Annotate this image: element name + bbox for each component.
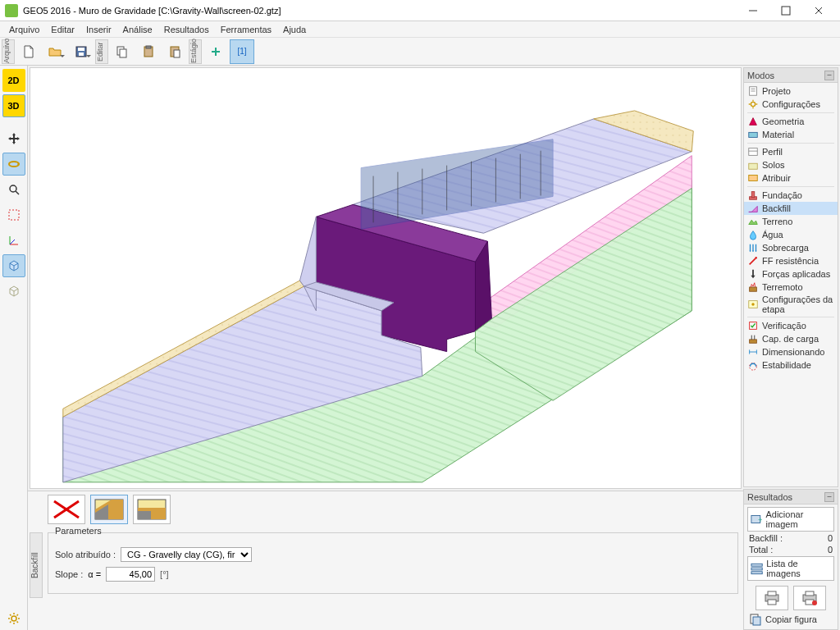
- mode-item--gua[interactable]: Água: [744, 228, 838, 241]
- new-file-button[interactable]: [16, 39, 41, 64]
- stage-1-button[interactable]: [1]: [230, 39, 254, 64]
- wireframe-button[interactable]: [2, 280, 25, 303]
- mode-item-terremoto[interactable]: Terremoto: [744, 281, 838, 294]
- slope-input[interactable]: [106, 567, 155, 582]
- view-2d-button[interactable]: 2D: [2, 69, 25, 92]
- svg-text:+: +: [758, 515, 762, 524]
- svg-line-21: [10, 240, 15, 244]
- rotate-button[interactable]: [2, 153, 25, 176]
- mode-item-estabilidade[interactable]: Estabilidade: [744, 358, 838, 372]
- mode-item-label: Configurações da etapa: [762, 294, 834, 314]
- main-toolbar: Arquivo Editar Estágio [1]: [0, 38, 840, 66]
- svg-rect-83: [751, 564, 762, 566]
- backfill-shape-slope[interactable]: [90, 495, 128, 524]
- print-button[interactable]: [756, 586, 788, 610]
- modes-header: Modos –: [744, 68, 838, 83]
- zoom-button[interactable]: [2, 178, 25, 201]
- svg-rect-6: [79, 52, 84, 56]
- mode-item-label: Atribuir: [762, 173, 791, 183]
- mode-item-for-as-aplicadas[interactable]: Forças aplicadas: [744, 267, 838, 281]
- paste-special-button[interactable]: [162, 39, 187, 64]
- soil-assigned-select[interactable]: CG - Gravelly clay (CG), firm consistenc…: [121, 547, 252, 562]
- mode-item-solos[interactable]: Solos: [744, 158, 838, 171]
- copy-button[interactable]: [110, 39, 135, 64]
- mode-item-geometria[interactable]: Geometria: [744, 115, 838, 128]
- mode-item-label: Fundação: [762, 190, 802, 200]
- menu-analise[interactable]: Análise: [117, 23, 158, 36]
- box-view-button[interactable]: [2, 254, 25, 277]
- save-file-button[interactable]: [69, 39, 94, 64]
- results-minimize-icon[interactable]: –: [824, 492, 834, 502]
- bear-icon: [747, 333, 759, 345]
- mode-item-atribuir[interactable]: Atribuir: [744, 171, 838, 185]
- mode-item-label: Forças aplicadas: [762, 269, 830, 279]
- menu-arquivo[interactable]: Arquivo: [3, 23, 45, 36]
- mode-item-verifica-o[interactable]: Verificação: [744, 319, 838, 332]
- print-color-button[interactable]: [793, 586, 826, 610]
- paste-button[interactable]: [136, 39, 161, 64]
- mode-item-sobrecarga[interactable]: Sobrecarga: [744, 241, 838, 254]
- menu-ajuda[interactable]: Ajuda: [277, 23, 312, 36]
- menu-ferramentas[interactable]: Ferramentas: [215, 23, 277, 36]
- mode-item-label: Projeto: [762, 86, 791, 96]
- settings-gear-button[interactable]: [2, 607, 25, 630]
- backfill-shape-flat[interactable]: [133, 495, 171, 524]
- add-stage-button[interactable]: [203, 39, 228, 64]
- backfill-shape-row: [48, 495, 738, 524]
- gear-icon: [747, 98, 759, 110]
- mode-item-label: Água: [762, 230, 783, 240]
- svg-rect-8: [120, 49, 126, 57]
- svg-rect-90: [806, 591, 814, 596]
- svg-line-17: [16, 191, 19, 194]
- image-list-button[interactable]: Lista de imagens: [747, 556, 834, 581]
- menu-resultados[interactable]: Resultados: [158, 23, 215, 36]
- mode-item-label: Verificação: [762, 321, 806, 331]
- mode-item-configura-es-da-etapa[interactable]: Configurações da etapa: [744, 294, 838, 315]
- mode-item-label: Material: [762, 130, 794, 139]
- forces-icon: [747, 268, 759, 280]
- backfill-shape-none[interactable]: [48, 495, 85, 524]
- copy-figure-button[interactable]: Copiar figura: [747, 612, 834, 627]
- menu-bar: Arquivo Editar Inserir Análise Resultado…: [0, 21, 840, 38]
- backfill-panel: Backfill Parameters Solo atribuído : CG …: [28, 491, 743, 630]
- mode-item-material[interactable]: Material: [744, 128, 838, 141]
- mode-item-projeto[interactable]: Projeto: [744, 84, 838, 98]
- mode-item-configura-es[interactable]: Configurações: [744, 98, 838, 111]
- results-header: Resultados –: [744, 490, 838, 504]
- view-3d-button[interactable]: 3D: [2, 94, 25, 117]
- mode-item-dimensionando[interactable]: Dimensionando: [744, 345, 838, 358]
- mode-item-backfill[interactable]: Backfill: [744, 202, 838, 215]
- mode-item-label: Configurações: [762, 99, 820, 109]
- water-icon: [747, 229, 759, 240]
- stage-1-label: [1]: [237, 47, 246, 56]
- svg-point-22: [11, 616, 16, 621]
- mode-item-ff-resist-ncia[interactable]: FF resistência: [744, 254, 838, 267]
- svg-rect-63: [749, 132, 758, 137]
- slope-symbol: α =: [88, 569, 101, 579]
- results-panel: Resultados – + Adicionar imagem Backfill…: [743, 489, 838, 630]
- menu-inserir[interactable]: Inserir: [80, 23, 117, 36]
- add-image-button[interactable]: + Adicionar imagem: [747, 507, 834, 532]
- maximize-button[interactable]: [769, 0, 802, 21]
- open-file-button[interactable]: [43, 39, 67, 64]
- mode-item-terreno[interactable]: Terreno: [744, 215, 838, 228]
- mode-item-perfil[interactable]: Perfil: [744, 145, 838, 158]
- surch-icon: [747, 242, 759, 253]
- minimize-button[interactable]: [737, 0, 769, 21]
- close-button[interactable]: [802, 0, 835, 21]
- svg-point-15: [9, 162, 19, 167]
- menu-editar[interactable]: Editar: [45, 23, 80, 36]
- modes-minimize-icon[interactable]: –: [824, 71, 834, 80]
- doc-icon: [747, 85, 759, 97]
- 3d-viewport[interactable]: [30, 67, 742, 489]
- svg-rect-87: [768, 591, 776, 596]
- svg-rect-18: [9, 210, 19, 220]
- zoom-extents-button[interactable]: [2, 203, 25, 226]
- mode-item-cap-de-carga[interactable]: Cap. de carga: [744, 332, 838, 345]
- axes-button[interactable]: [2, 229, 25, 252]
- profile-icon: [747, 146, 759, 158]
- backfill-tab[interactable]: Backfill: [30, 532, 43, 598]
- mode-item-funda-o[interactable]: Fundação: [744, 189, 838, 202]
- svg-rect-58: [138, 511, 151, 519]
- pan-button[interactable]: [2, 127, 25, 150]
